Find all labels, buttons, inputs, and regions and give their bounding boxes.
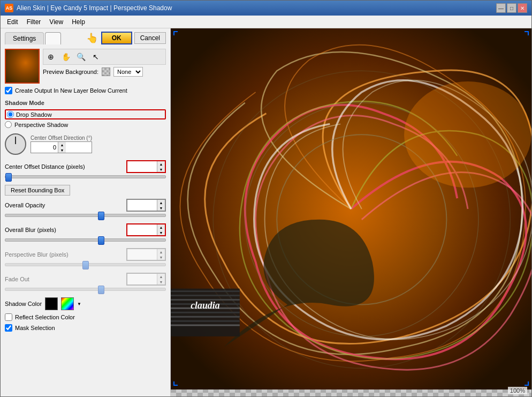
overall-opacity-spinner-btns: ▲ ▼ [157, 200, 165, 211]
thumbnail [5, 49, 40, 84]
center-offset-direction-row: Center Offset Direction (°) 0 ▲ ▼ [5, 133, 166, 155]
reflect-selection-color-checkbox[interactable] [5, 313, 12, 321]
maximize-button[interactable]: □ [507, 3, 516, 13]
overall-opacity-down[interactable]: ▼ [157, 205, 165, 211]
overall-opacity-label-row: Overall Opacity 90 ▲ ▼ [5, 199, 166, 212]
minimize-button[interactable]: — [496, 3, 506, 13]
overall-opacity-up[interactable]: ▲ [157, 200, 165, 205]
ok-cancel-area: 👆 OK Cancel [86, 32, 166, 44]
menu-view[interactable]: View [45, 17, 67, 27]
cancel-button[interactable]: Cancel [134, 32, 166, 44]
compass-widget[interactable] [5, 133, 26, 155]
overall-blur-spinner-btns: ▲ ▼ [157, 224, 165, 235]
shadow-color-label: Shadow Color [5, 301, 42, 307]
perspective-blur-input: 17.48 [127, 250, 157, 259]
fade-out-track [5, 288, 166, 291]
create-output-row: Create Output In New Layer Below Current [5, 87, 166, 94]
title-bar-left: AS Alien Skin | Eye Candy 5 Impact | Per… [5, 4, 172, 12]
mask-selection-checkbox[interactable] [5, 324, 12, 332]
menu-filter[interactable]: Filter [22, 17, 45, 27]
preview-bg-swatch [102, 68, 110, 76]
fade-out-thumb [98, 286, 104, 294]
center-offset-distance-input[interactable]: 0.00 [127, 162, 157, 171]
overall-blur-label-row: Overall Blur (pixels) 30.00 ▲ ▼ [5, 223, 166, 236]
create-output-label: Create Output In New Layer Below Current [15, 87, 127, 94]
fade-out-down: ▼ [157, 279, 165, 284]
center-offset-direction-down[interactable]: ▼ [58, 147, 66, 153]
fade-out-input: 48 [127, 275, 157, 283]
move-tool-icon[interactable]: ⊕ [44, 50, 57, 63]
direction-input-group: Center Offset Direction (°) 0 ▲ ▼ [31, 135, 92, 153]
reflect-selection-color-label: Reflect Selection Color [15, 314, 75, 320]
overall-opacity-track[interactable] [5, 214, 166, 217]
menu-help[interactable]: Help [67, 17, 89, 27]
svg-text:claudia: claudia [191, 300, 220, 311]
perspective-blur-spinner-btns: ▲ ▼ [157, 249, 165, 260]
zoom-level-label: 100% [508, 387, 527, 394]
center-offset-distance-thumb[interactable] [5, 173, 12, 182]
center-offset-distance-label: Center Offset Distance (pixels) [5, 163, 85, 170]
center-offset-distance-down[interactable]: ▼ [157, 167, 165, 172]
thumbnail-image [6, 50, 39, 83]
menu-edit[interactable]: Edit [3, 17, 22, 27]
center-offset-direction-up[interactable]: ▲ [58, 142, 66, 147]
mask-selection-row: Mask Selection [5, 324, 166, 332]
overall-opacity-thumb[interactable] [98, 212, 104, 220]
fade-out-value-box: 48 ▲ ▼ [126, 273, 166, 286]
title-bar: AS Alien Skin | Eye Candy 5 Impact | Per… [1, 1, 531, 16]
color-picker-button[interactable] [61, 297, 74, 310]
center-offset-distance-track[interactable] [5, 175, 166, 178]
ok-button[interactable]: OK [101, 32, 132, 44]
perspective-blur-down: ▼ [157, 254, 165, 260]
tab-basic[interactable] [45, 32, 61, 44]
perspective-blur-thumb [82, 261, 89, 269]
drop-shadow-radio-item: Drop Shadow [5, 109, 166, 119]
perspective-blur-up: ▲ [157, 249, 165, 254]
shadow-mode-label: Shadow Mode [5, 100, 166, 106]
center-offset-distance-value-box: 0.00 ▲ ▼ [126, 160, 166, 173]
artwork-svg: claudia [171, 28, 531, 389]
tool-row: ⊕ ✋ 🔍 ↖ [43, 49, 166, 65]
preview-bg-select[interactable]: None White Black Gray [113, 67, 143, 77]
overall-opacity-row: Overall Opacity 90 ▲ ▼ [5, 199, 166, 218]
overall-blur-down[interactable]: ▼ [157, 230, 165, 235]
selection-corner-tr [525, 31, 529, 35]
center-offset-distance-spinner-btns: ▲ ▼ [157, 161, 165, 172]
center-offset-direction-spinner-btns: ▲ ▼ [58, 142, 66, 153]
select-tool-icon[interactable]: ↖ [89, 50, 102, 63]
reset-bounding-box-button[interactable]: Reset Bounding Box [5, 185, 70, 196]
perspective-blur-label-row: Perspective Blur (pixels) 17.48 ▲ ▼ [5, 248, 166, 261]
overall-blur-up[interactable]: ▲ [157, 224, 165, 230]
mask-selection-label: Mask Selection [15, 325, 55, 331]
zoom-in-icon[interactable]: 🔍 [74, 50, 87, 63]
overall-opacity-input[interactable]: 90 [127, 201, 157, 209]
menu-bar: Edit Filter View Help [1, 16, 531, 28]
drop-shadow-label: Drop Shadow [16, 111, 52, 118]
svg-point-4 [404, 81, 531, 188]
perspective-shadow-radio[interactable] [5, 121, 12, 128]
fade-out-label: Fade Out [5, 276, 29, 282]
reflect-selection-color-row: Reflect Selection Color [5, 313, 166, 321]
fade-out-row: Fade Out 48 ▲ ▼ [5, 273, 166, 292]
drop-shadow-radio[interactable] [7, 111, 14, 118]
center-offset-distance-up[interactable]: ▲ [157, 161, 165, 167]
overall-blur-input[interactable]: 30.00 [127, 226, 157, 234]
center-offset-direction-input[interactable]: 0 [31, 144, 58, 151]
compass-needle [15, 137, 16, 144]
fade-out-up: ▲ [157, 274, 165, 279]
right-panel: claudia 100% [171, 28, 531, 396]
pan-tool-icon[interactable]: ✋ [59, 50, 72, 63]
overall-blur-track[interactable] [5, 238, 166, 242]
window-controls: — □ ✕ [496, 3, 527, 13]
preview-bg-row: Preview Background: None White Black Gra… [43, 67, 166, 77]
tab-settings[interactable]: Settings [5, 32, 44, 44]
create-output-checkbox[interactable] [5, 87, 12, 94]
close-button[interactable]: ✕ [518, 3, 527, 13]
overall-blur-thumb[interactable] [98, 236, 104, 245]
center-offset-distance-label-row: Center Offset Distance (pixels) 0.00 ▲ ▼ [5, 160, 166, 173]
perspective-blur-value-box: 17.48 ▲ ▼ [126, 248, 166, 261]
color-swatch[interactable] [45, 297, 58, 310]
shadow-color-row: Shadow Color ▼ [5, 297, 166, 310]
overall-opacity-value-box: 90 ▲ ▼ [126, 199, 166, 212]
color-dropdown-arrow[interactable]: ▼ [77, 302, 81, 306]
